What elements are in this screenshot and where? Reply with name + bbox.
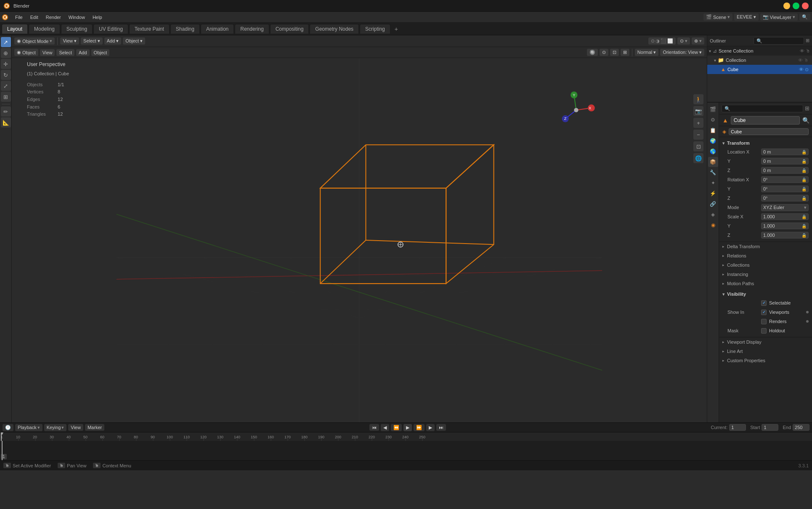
outliner-cube[interactable]: ▲ Cube 👁 ⊙ <box>707 65 812 74</box>
measure-tool-btn[interactable]: 📐 <box>1 117 11 127</box>
play-btn[interactable]: ▶ <box>403 424 412 431</box>
tab-scripting[interactable]: Scripting <box>360 24 390 34</box>
add-menu-btn[interactable]: Add ▾ <box>104 37 122 45</box>
tab-rendering[interactable]: Rendering <box>235 24 269 34</box>
cursor-tool-btn[interactable]: ⊕ <box>1 48 11 58</box>
scale-tool-btn[interactable]: ⤢ <box>1 81 11 91</box>
maximize-button[interactable] <box>793 3 799 9</box>
tab-uvediting[interactable]: UV Editing <box>93 24 128 34</box>
prop-tab-physics[interactable]: ⚡ <box>708 188 718 199</box>
step-back-btn[interactable]: ⏪ <box>391 424 402 431</box>
move-tool-btn[interactable]: ✛ <box>1 59 11 69</box>
prop-tab-output[interactable]: ⚙ <box>708 115 718 125</box>
marker-menu-btn[interactable]: Marker <box>85 424 104 431</box>
add-menu2[interactable]: Add <box>76 49 90 56</box>
timeline-tracks[interactable] <box>0 441 812 460</box>
keying-menu-btn[interactable]: Keying ▾ <box>44 424 67 431</box>
prop-tab-render[interactable]: 🎬 <box>708 104 718 114</box>
menu-edit[interactable]: Edit <box>27 14 42 21</box>
location-z-value[interactable]: 0 m 🔒 <box>761 167 809 174</box>
tab-compositing[interactable]: Compositing <box>270 24 309 34</box>
viewport-camera-btn[interactable]: 📷 <box>693 106 703 116</box>
view-menu-tl-btn[interactable]: View <box>68 424 83 431</box>
prop-search-btn[interactable]: 🔍 <box>802 117 809 124</box>
menu-file[interactable]: File <box>12 14 26 21</box>
snap-toggle[interactable]: 🔘 <box>587 49 598 56</box>
outliner-scene-collection[interactable]: ▾ ⊿ Scene Collection 👁🖱 <box>707 46 812 56</box>
line-art-header[interactable]: ▸ Line Art <box>719 347 812 356</box>
snapping-options[interactable]: ⊞ <box>621 49 629 56</box>
menu-window[interactable]: Window <box>65 14 88 21</box>
proportional-edit[interactable]: ⊙ <box>600 49 608 56</box>
object-name-input[interactable] <box>731 116 800 125</box>
scale-y-value[interactable]: 1.000 🔒 <box>761 223 809 229</box>
step-forward-btn[interactable]: ⏩ <box>414 424 425 431</box>
tab-sculpting[interactable]: Sculpting <box>61 24 93 34</box>
add-workspace-button[interactable]: + <box>391 24 401 34</box>
select-menu-btn[interactable]: Select ▾ <box>81 37 103 45</box>
view-menu2[interactable]: View <box>40 49 55 56</box>
view-menu-btn[interactable]: View ▾ <box>60 37 79 45</box>
viewport-mode-selector[interactable]: ◉ Object Mode ▾ <box>14 37 55 45</box>
object-menu-btn[interactable]: Object ▾ <box>123 37 145 45</box>
holdout-checkbox[interactable] <box>761 328 767 334</box>
play-forward-btn[interactable]: ▶ <box>426 424 435 431</box>
relations-header[interactable]: ▸ Relations <box>719 251 812 260</box>
close-button[interactable] <box>802 3 809 9</box>
viewport-scene[interactable]: X Y Z <box>12 58 707 422</box>
gizmo-toggle[interactable]: ⊕ ▾ <box>692 37 704 45</box>
jump-start-btn[interactable]: ⏮ <box>369 424 379 431</box>
prop-tab-data[interactable]: ◈ <box>708 209 718 220</box>
normal-overlay[interactable]: Normal ▾ <box>635 49 659 56</box>
tab-modeling[interactable]: Modeling <box>29 24 60 34</box>
rotate-tool-btn[interactable]: ↻ <box>1 70 11 80</box>
transform-section-header[interactable]: ▾ Transform <box>719 139 812 147</box>
overlay-toggle[interactable]: ⊙ ▾ <box>677 37 690 45</box>
render-engine-btn[interactable]: EEVEE ▾ <box>734 13 759 21</box>
instancing-header[interactable]: ▸ Instancing <box>719 270 812 279</box>
current-frame-input[interactable] <box>729 424 746 431</box>
prop-tab-viewlayer[interactable]: 📋 <box>708 125 718 135</box>
rotation-z-value[interactable]: 0° 🔒 <box>761 195 809 201</box>
prop-filter-icon[interactable]: ⊞ <box>805 105 809 111</box>
end-frame-input[interactable] <box>793 424 809 431</box>
properties-search-input[interactable] <box>722 105 803 112</box>
scale-x-value[interactable]: 1.000 🔒 <box>761 213 809 220</box>
timeline-mode-btn[interactable]: 🕐 <box>3 424 13 431</box>
fly-navigation-btn[interactable]: 🚶 <box>693 94 703 104</box>
prop-tab-scene[interactable]: 🌍 <box>708 136 718 146</box>
search-btn[interactable]: 🔍 <box>799 13 810 21</box>
object-data-name-input[interactable] <box>729 128 809 135</box>
transform-tool-btn[interactable]: ⊞ <box>1 92 11 102</box>
prop-tab-particles[interactable]: ✦ <box>708 178 718 188</box>
tab-layout[interactable]: Layout <box>2 24 28 34</box>
prop-tab-material[interactable]: ◉ <box>708 220 718 230</box>
rotation-mode-value[interactable]: XYZ Euler ▾ <box>761 204 809 211</box>
minimize-button[interactable] <box>783 3 790 9</box>
start-frame-input[interactable] <box>762 424 778 431</box>
selectable-checkbox[interactable] <box>761 300 767 306</box>
viewport[interactable]: ◉ Object Mode ▾ View ▾ Select ▾ Add ▾ Ob… <box>12 35 707 422</box>
viewport-zoom-in-btn[interactable]: + <box>693 118 703 128</box>
delta-transform-header[interactable]: ▸ Delta Transform <box>719 242 812 251</box>
jump-end-btn[interactable]: ⏭ <box>436 424 446 431</box>
viewport-zoom-out-btn[interactable]: − <box>693 130 703 140</box>
viewports-checkbox[interactable] <box>761 310 767 315</box>
viewport-shading-icons[interactable]: ⊙ ◑ ⬛ ⬜ <box>648 37 676 45</box>
scale-z-value[interactable]: 1.000 🔒 <box>761 232 809 239</box>
prop-tab-constraints[interactable]: 🔗 <box>708 199 718 209</box>
outliner-filter-icon[interactable]: ⊞ <box>806 38 809 43</box>
custom-properties-header[interactable]: ▸ Custom Properties <box>719 356 812 365</box>
tab-geometrynodes[interactable]: Geometry Nodes <box>310 24 359 34</box>
orientation-selector[interactable]: Orientation: View ▾ <box>660 49 704 56</box>
rotation-x-value[interactable]: 0° 🔒 <box>761 176 809 183</box>
location-x-value[interactable]: 0 m 🔒 <box>761 148 809 155</box>
playback-menu-btn[interactable]: Playback ▾ <box>15 424 42 431</box>
object-mode-menu2[interactable]: ◉ Object <box>14 49 38 56</box>
outliner-collection[interactable]: ▾ 📁 Collection 👁🖱 <box>707 56 812 65</box>
renders-checkbox[interactable] <box>761 319 767 324</box>
prop-tab-world[interactable]: 🌎 <box>708 146 718 156</box>
visibility-section-header[interactable]: ▾ Visibility <box>719 290 812 298</box>
annotate-tool-btn[interactable]: ✏ <box>1 106 11 117</box>
viewport-frame-btn[interactable]: ⊡ <box>693 141 703 151</box>
